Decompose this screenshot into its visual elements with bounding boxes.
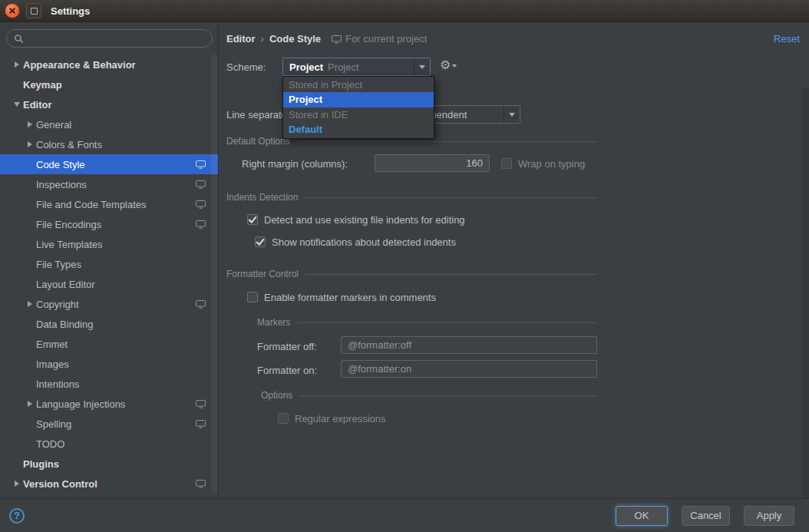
restore-button[interactable]	[26, 3, 41, 18]
wrap-on-typing-checkbox[interactable]: Wrap on typing	[501, 157, 585, 170]
sidebar-item-file-types[interactable]: File Types	[0, 254, 218, 274]
formatter-off-input[interactable]	[341, 336, 597, 354]
per-project-settings-icon	[196, 400, 206, 408]
sidebar-item-spelling[interactable]: Spelling	[0, 414, 218, 434]
formatter-off-label: Formatter off:	[257, 341, 317, 352]
detect-indents-checkbox[interactable]: Detect and use existing file indents for…	[247, 213, 465, 226]
checkbox-box[interactable]	[255, 236, 266, 247]
checkbox-label: Detect and use existing file indents for…	[264, 214, 465, 226]
popup-item-default[interactable]: Default	[283, 122, 434, 137]
sidebar-item-appearance-behavior[interactable]: Appearance & Behavior	[0, 55, 218, 74]
checkbox-label: Show notifications about detected indent…	[272, 236, 456, 248]
per-project-settings-icon	[332, 35, 342, 44]
window-title: Settings	[51, 5, 90, 17]
right-margin-label: Right margin (columns):	[242, 158, 348, 170]
sidebar-item-label: Keymap	[23, 79, 62, 91]
footer-buttons: OK Cancel Apply	[616, 506, 794, 526]
sidebar-item-intentions[interactable]: Intentions	[0, 374, 218, 394]
right-margin-input[interactable]	[375, 154, 490, 172]
search-box[interactable]	[6, 29, 213, 48]
help-button[interactable]: ?	[9, 508, 25, 524]
checkbox-box[interactable]	[247, 214, 258, 225]
sidebar-item-label: General	[36, 119, 71, 131]
scheme-gear-menu[interactable]: ⚙	[440, 59, 457, 71]
sidebar-item-layout-editor[interactable]: Layout Editor	[0, 274, 218, 294]
sidebar-item-label: Plugins	[23, 458, 59, 470]
sidebar-item-label: Colors & Fonts	[36, 139, 102, 150]
sidebar-item-images[interactable]: Images	[0, 354, 218, 374]
checkbox-box[interactable]	[501, 158, 512, 169]
combo-arrow-button[interactable]	[414, 58, 430, 75]
sidebar-item-plugins[interactable]: Plugins	[0, 454, 218, 474]
per-project-settings-icon	[196, 300, 206, 309]
sidebar-item-inspections[interactable]: Inspections	[0, 174, 218, 194]
sidebar-item-label: Appearance & Behavior	[23, 59, 136, 71]
sidebar-item-copyright[interactable]: Copyright	[0, 294, 218, 314]
sidebar-item-label: Data Binding	[36, 319, 93, 330]
sidebar-item-editor[interactable]: Editor	[0, 94, 218, 114]
breadcrumb-page: Code Style	[269, 33, 321, 45]
settings-window: Settings Appearance & Behavior Keymap Ed…	[0, 0, 809, 532]
sidebar-item-label: Layout Editor	[36, 279, 95, 290]
checkbox-box[interactable]	[278, 413, 289, 424]
main-scrollbar[interactable]	[802, 88, 809, 498]
per-project-settings-icon	[196, 200, 206, 209]
sidebar-item-code-style[interactable]: Code Style	[0, 154, 218, 174]
sidebar-item-colors-fonts[interactable]: Colors & Fonts	[0, 134, 218, 154]
apply-button[interactable]: Apply	[744, 506, 794, 526]
titlebar: Settings	[0, 0, 809, 22]
per-project-settings-icon	[196, 480, 206, 488]
gear-icon: ⚙	[440, 59, 451, 71]
sidebar-item-label: Editor	[23, 99, 52, 111]
sidebar-item-label: File and Code Templates	[36, 199, 147, 210]
sidebar-item-version-control[interactable]: Version Control	[0, 474, 218, 494]
show-notifications-checkbox[interactable]: Show notifications about detected indent…	[255, 236, 456, 248]
ok-button[interactable]: OK	[616, 506, 668, 526]
close-button[interactable]	[5, 3, 20, 18]
section-header-formatter-control: Formatter Control	[226, 269, 597, 279]
checkbox-box[interactable]	[247, 292, 258, 302]
regular-expressions-checkbox[interactable]: Regular expressions	[278, 412, 386, 425]
enable-formatter-markers-checkbox[interactable]: Enable formatter markers in comments	[247, 291, 436, 303]
sidebar-item-label: Intentions	[36, 378, 79, 390]
sidebar: Appearance & Behavior Keymap Editor Gene…	[0, 22, 219, 498]
sidebar-item-label: Copyright	[36, 299, 79, 310]
settings-tree: Appearance & Behavior Keymap Editor Gene…	[0, 55, 218, 494]
sidebar-item-label: Images	[36, 359, 69, 370]
sidebar-scrollbar[interactable]	[211, 55, 217, 494]
scheme-hint: Project	[328, 61, 358, 73]
breadcrumb-separator: ›	[261, 33, 264, 45]
scheme-current: Project	[289, 61, 323, 73]
section-divider	[304, 197, 597, 198]
cancel-button[interactable]: Cancel	[682, 506, 730, 526]
sidebar-item-todo[interactable]: TODO	[0, 434, 218, 454]
sidebar-item-keymap[interactable]: Keymap	[0, 74, 218, 94]
chevron-down-icon	[452, 64, 457, 70]
sidebar-item-general[interactable]: General	[0, 114, 218, 134]
sidebar-item-file-code-templates[interactable]: File and Code Templates	[0, 194, 218, 214]
popup-item-project[interactable]: Project	[283, 92, 434, 107]
scheme-select[interactable]: Project Project	[282, 58, 431, 76]
close-icon	[8, 7, 16, 15]
chevron-down-icon	[11, 99, 23, 110]
combo-arrow-button[interactable]	[504, 106, 520, 123]
popup-group-stored-in-project: Stored in Project	[283, 78, 434, 92]
section-title: Formatter Control	[226, 269, 299, 279]
sidebar-item-language-injections[interactable]: Language Injections	[0, 394, 218, 414]
per-project-settings-icon	[196, 180, 206, 189]
breadcrumb: Editor › Code Style For current project …	[226, 31, 800, 46]
reset-link[interactable]: Reset	[774, 33, 800, 45]
formatter-on-input[interactable]	[341, 360, 597, 378]
section-header-markers: Markers	[257, 317, 597, 328]
restore-icon	[31, 8, 38, 15]
sidebar-item-data-binding[interactable]: Data Binding	[0, 314, 218, 334]
sidebar-item-label: Emmet	[36, 339, 68, 350]
formatter-on-label: Formatter on:	[257, 365, 317, 376]
scheme-value: Project Project	[283, 58, 414, 75]
app-body: Appearance & Behavior Keymap Editor Gene…	[0, 22, 809, 498]
search-input[interactable]	[28, 32, 205, 45]
sidebar-item-live-templates[interactable]: Live Templates	[0, 234, 218, 254]
sidebar-item-file-encodings[interactable]: File Encodings	[0, 214, 218, 234]
chevron-right-icon	[24, 141, 36, 147]
sidebar-item-emmet[interactable]: Emmet	[0, 334, 218, 354]
